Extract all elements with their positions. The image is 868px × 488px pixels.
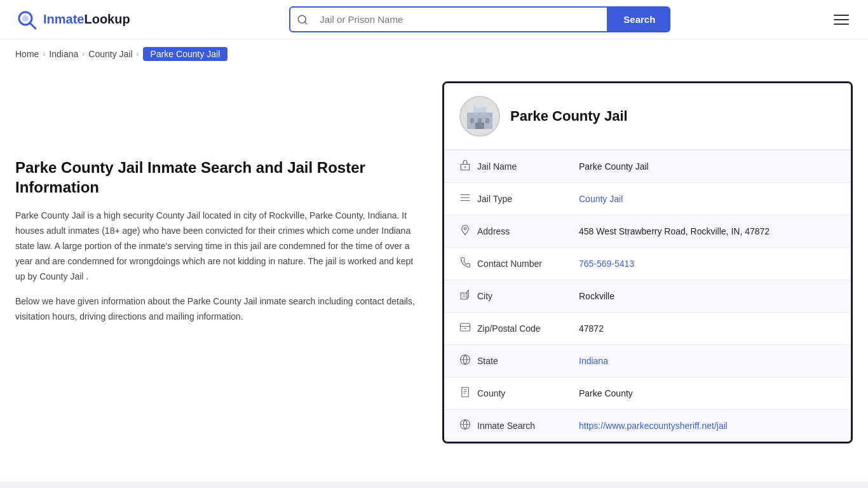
search-icon	[290, 14, 315, 25]
contact-link[interactable]: 765-569-5413	[579, 259, 634, 269]
table-row: Zip/Postal Code 47872	[444, 312, 851, 344]
jail-type-value: County Jail	[579, 194, 623, 204]
table-row: Jail Type County Jail	[444, 182, 851, 215]
svg-rect-7	[477, 103, 483, 108]
table-row: State Indiana	[444, 344, 851, 377]
logo-icon	[15, 8, 38, 31]
address-icon	[459, 224, 477, 238]
search-input[interactable]	[315, 8, 607, 31]
breadcrumb-home[interactable]: Home	[15, 49, 39, 59]
facility-avatar	[459, 96, 500, 137]
info-table: Jail Name Parke County Jail Jail Type Co…	[444, 150, 851, 442]
page-description-1: Parke County Jail is a high security Cou…	[15, 208, 422, 284]
address-label: Address	[477, 226, 579, 236]
main-content: Parke County Jail Inmate Search and Jail…	[0, 69, 868, 456]
svg-rect-11	[475, 123, 484, 129]
zip-label: Zip/Postal Code	[477, 323, 579, 334]
right-panel: Parke County Jail Jail Name Parke County…	[442, 81, 853, 444]
breadcrumb-sep-3: ›	[137, 50, 139, 58]
svg-point-19	[464, 227, 466, 230]
search-form: Search	[289, 6, 670, 32]
breadcrumb-indiana[interactable]: Indiana	[49, 49, 78, 59]
table-row: Jail Name Parke County Jail	[444, 150, 851, 182]
city-icon	[459, 289, 477, 303]
state-label: State	[477, 356, 579, 366]
logo-text: InmateLookup	[43, 12, 130, 27]
hamburger-line-3	[834, 24, 849, 25]
contact-label: Contact Number	[477, 259, 579, 269]
breadcrumb-county-jail[interactable]: County Jail	[88, 49, 132, 59]
inmate-search-icon	[459, 419, 477, 433]
svg-rect-25	[461, 323, 470, 331]
card-header: Parke County Jail	[444, 83, 851, 150]
table-row: Contact Number 765-569-5413	[444, 247, 851, 280]
breadcrumb-current: Parke County Jail	[143, 47, 228, 61]
hamburger-line-1	[834, 15, 849, 16]
card-facility-name: Parke County Jail	[510, 108, 628, 125]
page-title: Parke County Jail Inmate Search and Jail…	[15, 158, 422, 197]
logo-link[interactable]: InmateLookup	[15, 8, 130, 31]
svg-line-1	[30, 23, 36, 29]
svg-point-2	[22, 15, 29, 22]
city-value: Rockville	[579, 291, 614, 301]
search-button[interactable]: Search	[608, 6, 670, 32]
site-header: InmateLookup Search	[0, 0, 868, 39]
search-wrapper	[289, 6, 608, 32]
inmate-search-link[interactable]: https://www.parkecountysheriff.net/jail	[579, 421, 728, 431]
hamburger-line-2	[834, 19, 849, 20]
table-row: Inmate Search https://www.parkecountyshe…	[444, 409, 851, 442]
zip-value: 47872	[579, 323, 604, 334]
facility-image	[464, 100, 496, 132]
svg-rect-8	[470, 118, 474, 123]
page-description-2: Below we have given information about th…	[15, 294, 422, 325]
table-row: County Parke County	[444, 377, 851, 409]
svg-line-4	[305, 22, 307, 24]
breadcrumb-sep-2: ›	[82, 50, 85, 58]
table-row: Address 458 West Strawberry Road, Rockvi…	[444, 215, 851, 247]
contact-value: 765-569-5413	[579, 259, 634, 269]
breadcrumb: Home › Indiana › County Jail › Parke Cou…	[0, 39, 868, 69]
state-link[interactable]: Indiana	[579, 356, 608, 366]
phone-icon	[459, 257, 477, 271]
inmate-search-label: Inmate Search	[477, 421, 579, 431]
type-icon	[459, 192, 477, 206]
zip-icon	[459, 322, 477, 336]
jail-type-link[interactable]: County Jail	[579, 194, 623, 204]
hamburger-menu[interactable]	[830, 11, 853, 29]
inmate-search-value: https://www.parkecountysheriff.net/jail	[579, 421, 728, 431]
state-value: Indiana	[579, 356, 608, 366]
address-value: 458 West Strawberry Road, Rockville, IN,…	[579, 226, 770, 236]
county-value: Parke County	[579, 388, 633, 398]
info-card: Parke County Jail Jail Name Parke County…	[442, 81, 853, 444]
svg-rect-9	[478, 118, 482, 123]
jail-name-label: Jail Name	[477, 161, 579, 172]
svg-rect-20	[461, 293, 467, 299]
table-row: City Rockville	[444, 280, 851, 312]
svg-rect-29	[462, 388, 469, 397]
jail-name-value: Parke County Jail	[579, 161, 649, 172]
jail-icon	[459, 159, 477, 173]
left-panel: Parke County Jail Inmate Search and Jail…	[15, 81, 422, 335]
state-icon	[459, 354, 477, 368]
footer-bar	[0, 482, 868, 488]
city-label: City	[477, 291, 579, 301]
county-icon	[459, 386, 477, 400]
breadcrumb-sep-1: ›	[43, 50, 45, 58]
jail-type-label: Jail Type	[477, 194, 579, 204]
county-label: County	[477, 388, 579, 398]
svg-rect-12	[478, 113, 482, 116]
svg-rect-10	[485, 118, 489, 123]
